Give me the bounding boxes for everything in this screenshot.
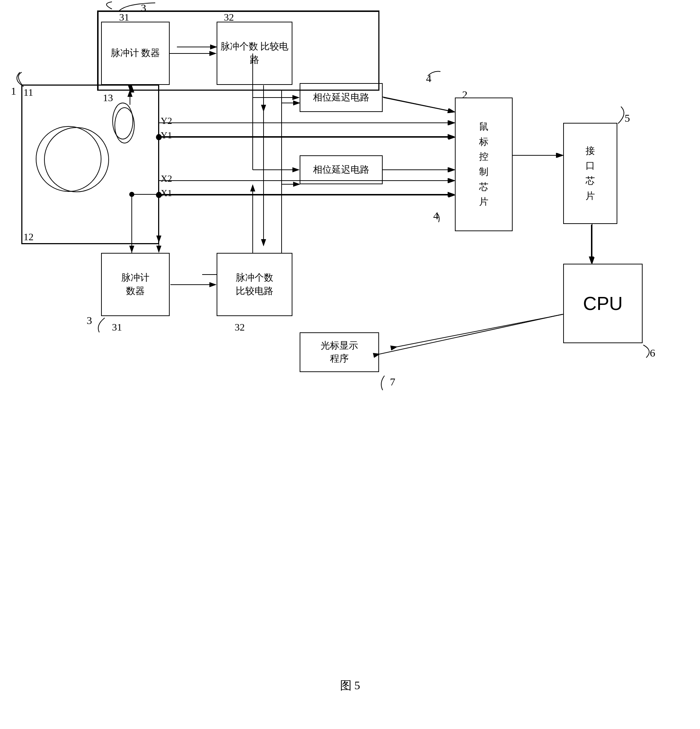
label-32-bottom: 32 xyxy=(235,321,245,333)
top-group-box xyxy=(97,11,379,90)
label-4-top: 4 xyxy=(426,72,431,84)
label-7: 7 xyxy=(390,376,395,388)
label-y1: Y1 xyxy=(161,130,172,141)
label-13: 13 xyxy=(103,92,113,104)
cpu-box: CPU xyxy=(563,264,643,343)
label-1: 1 xyxy=(11,85,16,97)
mouse-lens xyxy=(114,107,135,144)
label-2: 2 xyxy=(462,89,468,101)
label-3-bottom: 3 xyxy=(87,314,92,327)
label-x2: X2 xyxy=(161,173,172,184)
label-x1: X1 xyxy=(161,188,172,199)
pulse-compare-bottom: 脉冲个数比较电路 xyxy=(217,253,293,316)
diagram-container: 脉冲计 数器 脉冲个数 比较电路 相位延迟电路 相位延迟电路 鼠标控制芯片 接口… xyxy=(0,0,700,704)
phase-delay-bottom: 相位延迟电路 xyxy=(300,155,383,184)
svg-line-29 xyxy=(397,314,563,347)
label-3-top: 3 xyxy=(141,2,146,14)
label-5: 5 xyxy=(625,112,630,124)
label-4-bottom: 4 xyxy=(433,209,439,222)
pulse-counter-bottom: 脉冲计数器 xyxy=(101,253,170,316)
svg-line-53 xyxy=(383,97,454,112)
label-31-top: 31 xyxy=(119,12,129,23)
label-12: 12 xyxy=(23,231,33,243)
figure-caption: 图 5 xyxy=(340,678,360,694)
label-32-top: 32 xyxy=(224,12,234,23)
mouse-body xyxy=(22,85,159,244)
label-y2: Y2 xyxy=(161,116,172,126)
label-6: 6 xyxy=(650,347,655,359)
svg-line-64 xyxy=(380,314,562,354)
label-11: 11 xyxy=(23,87,33,98)
mouse-ball xyxy=(44,127,109,192)
mouse-control-chip: 鼠标控制芯片 xyxy=(455,97,513,231)
cursor-display-program: 光标显示程序 xyxy=(300,333,379,372)
label-31-bottom: 31 xyxy=(112,321,122,333)
interface-chip: 接口芯片 xyxy=(563,123,617,224)
